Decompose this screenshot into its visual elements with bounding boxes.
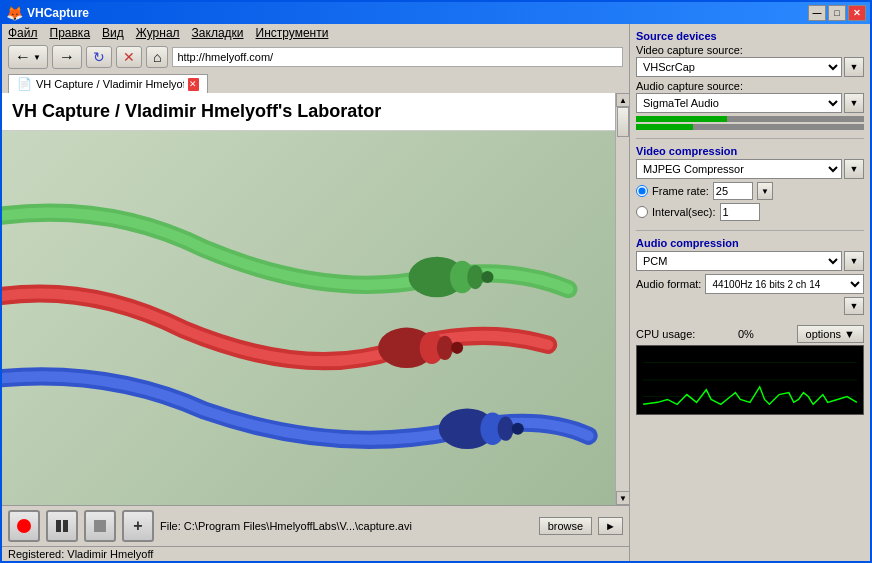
browser-tab[interactable]: 📄 VH Capture / Vladimir Hmelyoff's ... ✕ [8, 74, 208, 93]
tab-page-icon: 📄 [17, 77, 32, 91]
options-button[interactable]: options ▼ [797, 325, 864, 343]
video-source-row: VHScrCap ▼ [636, 57, 864, 77]
record-button[interactable] [8, 510, 40, 542]
scroll-thumb[interactable] [617, 107, 629, 137]
maximize-button[interactable]: □ [828, 5, 846, 21]
file-path: C:\Program Files\HmelyoffLabs\V...\captu… [184, 520, 412, 532]
forward-button[interactable]: → [52, 45, 82, 69]
home-button[interactable]: ⌂ [146, 46, 168, 68]
audio-source-label: Audio capture source: [636, 80, 864, 92]
audio-format-extra-arrow[interactable]: ▼ [844, 297, 864, 315]
stop-button[interactable] [84, 510, 116, 542]
audio-source-dropdown[interactable]: SigmaTel Audio [636, 93, 842, 113]
status-bar: Registered: Vladimir Hmelyoff [2, 546, 629, 561]
video-source-arrow[interactable]: ▼ [844, 57, 864, 77]
add-icon: + [133, 517, 142, 535]
bottom-bar: + File: C:\Program Files\HmelyoffLabs\V.… [2, 505, 629, 546]
interval-label: Interval(sec): [652, 206, 716, 218]
rca-cables-image [2, 131, 629, 505]
back-button[interactable]: ← ▼ [8, 45, 48, 69]
menu-file[interactable]: Файл [8, 26, 38, 40]
frame-rate-input[interactable] [713, 182, 753, 200]
app-icon: 🦊 [6, 5, 23, 21]
right-panel: Source devices Video capture source: VHS… [630, 24, 870, 561]
forward-icon: → [59, 48, 75, 66]
back-dropdown-icon: ▼ [33, 53, 41, 62]
stop-icon: ✕ [123, 49, 135, 65]
video-compression-row: MJPEG Compressor ▼ [636, 159, 864, 179]
divider-2 [636, 230, 864, 231]
scrollbar-right[interactable]: ▲ ▼ [615, 93, 629, 505]
svg-point-6 [437, 336, 453, 360]
window-title: VHCapture [27, 6, 89, 20]
frame-rate-radio[interactable] [636, 185, 648, 197]
audio-compression-label: Audio compression [636, 237, 864, 249]
add-button[interactable]: + [122, 510, 154, 542]
audio-source-arrow[interactable]: ▼ [844, 93, 864, 113]
video-compression-arrow[interactable]: ▼ [844, 159, 864, 179]
interval-radio[interactable] [636, 206, 648, 218]
cpu-section: CPU usage: 0% options ▼ [636, 325, 864, 415]
left-panel: Файл Правка Вид Журнал Закладки Инструме… [2, 24, 630, 561]
divider-1 [636, 138, 864, 139]
pause-button[interactable] [46, 510, 78, 542]
pause-icon [56, 520, 68, 532]
scroll-up-arrow[interactable]: ▲ [616, 93, 629, 107]
audio-level-1 [636, 116, 864, 122]
menu-bookmarks[interactable]: Закладки [192, 26, 244, 40]
file-label: File: [160, 520, 181, 532]
tab-close-button[interactable]: ✕ [188, 78, 199, 91]
cables-svg [2, 131, 629, 505]
cpu-label: CPU usage: [636, 328, 695, 340]
stop-button[interactable]: ✕ [116, 46, 142, 68]
interval-row: Interval(sec): [636, 203, 864, 221]
address-bar[interactable] [172, 47, 623, 67]
video-source-dropdown[interactable]: VHScrCap [636, 57, 842, 77]
browser-content: VH Capture / Vladimir Hmelyoff's Laborat… [2, 93, 629, 505]
frame-rate-arrow[interactable]: ▼ [757, 182, 773, 200]
audio-compression-arrow[interactable]: ▼ [844, 251, 864, 271]
audio-source-row: SigmaTel Audio ▼ [636, 93, 864, 113]
main-content: Файл Правка Вид Журнал Закладки Инструме… [2, 24, 870, 561]
menu-journal[interactable]: Журнал [136, 26, 180, 40]
home-icon: ⌂ [153, 49, 161, 65]
record-icon [17, 519, 31, 533]
file-info: File: C:\Program Files\HmelyoffLabs\V...… [160, 520, 533, 532]
audio-compression-section: Audio compression PCM ▼ Audio format: 44… [636, 237, 864, 317]
minimize-button[interactable]: — [808, 5, 826, 21]
scroll-down-arrow[interactable]: ▼ [616, 491, 629, 505]
menu-tools[interactable]: Инструменти [256, 26, 329, 40]
browser-tab-bar: 📄 VH Capture / Vladimir Hmelyoff's ... ✕ [2, 72, 629, 93]
audio-format-dropdown[interactable]: 44100Hz 16 bits 2 ch 14 [705, 274, 864, 294]
title-bar: 🦊 VHCapture — □ ✕ [2, 2, 870, 24]
video-source-label: Video capture source: [636, 44, 864, 56]
interval-input[interactable] [720, 203, 760, 221]
frame-rate-label: Frame rate: [652, 185, 709, 197]
menu-view[interactable]: Вид [102, 26, 124, 40]
frame-rate-row: Frame rate: ▼ [636, 182, 864, 200]
video-compression-section: Video compression MJPEG Compressor ▼ Fra… [636, 145, 864, 224]
video-compression-dropdown[interactable]: MJPEG Compressor [636, 159, 842, 179]
title-bar-left: 🦊 VHCapture [6, 5, 89, 21]
audio-format-label: Audio format: [636, 278, 701, 290]
browser-toolbar: ← ▼ → ↻ ✕ ⌂ [2, 42, 629, 72]
video-compression-label: Video compression [636, 145, 864, 157]
menu-edit[interactable]: Правка [50, 26, 91, 40]
svg-point-7 [451, 342, 463, 354]
tab-title: VH Capture / Vladimir Hmelyoff's ... [36, 78, 184, 90]
cpu-graph [636, 345, 864, 415]
audio-compression-dropdown[interactable]: PCM [636, 251, 842, 271]
audio-compression-row: PCM ▼ [636, 251, 864, 271]
back-icon: ← [15, 48, 31, 66]
refresh-button[interactable]: ↻ [86, 46, 112, 68]
close-button[interactable]: ✕ [848, 5, 866, 21]
audio-level-2 [636, 124, 864, 130]
svg-point-10 [498, 417, 514, 441]
status-text: Registered: Vladimir Hmelyoff [8, 548, 153, 560]
source-devices-section: Source devices Video capture source: VHS… [636, 30, 864, 132]
browser-menubar: Файл Правка Вид Журнал Закладки Инструме… [2, 24, 629, 42]
play-button[interactable]: ► [598, 517, 623, 535]
browse-button[interactable]: browse [539, 517, 592, 535]
svg-point-3 [481, 271, 493, 283]
svg-point-2 [467, 265, 483, 289]
